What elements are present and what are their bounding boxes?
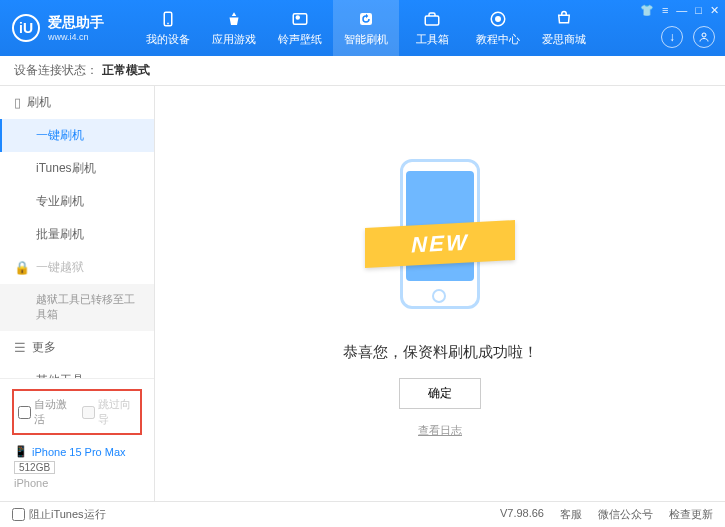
phone-icon: ▯	[14, 95, 21, 110]
options-highlight: 自动激活 跳过向导	[12, 389, 142, 435]
top-nav: 我的设备 应用游戏 铃声壁纸 智能刷机 工具箱 教程中心 爱思商城	[135, 0, 597, 56]
block-itunes-checkbox[interactable]: 阻止iTunes运行	[12, 507, 106, 522]
toolbox-icon	[422, 9, 442, 29]
app-title: 爱思助手	[48, 14, 104, 32]
svg-point-3	[296, 16, 299, 19]
new-ribbon: NEW	[365, 220, 515, 268]
checkbox-skip-guide[interactable]: 跳过向导	[82, 397, 136, 427]
nav-apps[interactable]: 应用游戏	[201, 0, 267, 56]
window-controls: 👕 ≡ — □ ✕	[640, 4, 719, 17]
download-button[interactable]: ↓	[661, 26, 683, 48]
checkbox-auto-activate[interactable]: 自动激活	[18, 397, 72, 427]
svg-rect-2	[293, 14, 307, 25]
refresh-icon	[356, 9, 376, 29]
device-info: 📱iPhone 15 Pro Max 512GB iPhone	[10, 439, 144, 495]
device-name[interactable]: 📱iPhone 15 Pro Max	[14, 445, 140, 458]
sidebar: ▯刷机 一键刷机 iTunes刷机 专业刷机 批量刷机 🔒一键越狱 越狱工具已转…	[0, 86, 155, 501]
footer-link-update[interactable]: 检查更新	[669, 507, 713, 522]
nav-toolbox[interactable]: 工具箱	[399, 0, 465, 56]
book-icon	[488, 9, 508, 29]
app-header: iU 爱思助手 www.i4.cn 我的设备 应用游戏 铃声壁纸 智能刷机 工具…	[0, 0, 725, 56]
device-type: iPhone	[14, 477, 140, 489]
cart-icon	[554, 9, 574, 29]
svg-point-8	[702, 33, 706, 37]
apps-icon	[224, 9, 244, 29]
user-button[interactable]	[693, 26, 715, 48]
svg-point-7	[496, 17, 501, 22]
status-label: 设备连接状态：	[14, 62, 98, 79]
success-illustration: NEW	[370, 149, 510, 329]
list-icon: ☰	[14, 340, 26, 355]
success-message: 恭喜您，保资料刷机成功啦！	[343, 343, 538, 362]
lock-icon: 🔒	[14, 260, 30, 275]
sidebar-item-oneclick[interactable]: 一键刷机	[0, 119, 154, 152]
main-content: NEW 恭喜您，保资料刷机成功啦！ 确定 查看日志	[155, 86, 725, 501]
svg-rect-5	[425, 16, 439, 25]
app-subtitle: www.i4.cn	[48, 32, 104, 42]
maximize-icon[interactable]: □	[695, 4, 702, 17]
sidebar-item-pro[interactable]: 专业刷机	[0, 185, 154, 218]
image-icon	[290, 9, 310, 29]
phone-icon	[158, 9, 178, 29]
status-value: 正常模式	[102, 62, 150, 79]
nav-store[interactable]: 爱思商城	[531, 0, 597, 56]
nav-my-device[interactable]: 我的设备	[135, 0, 201, 56]
footer-link-support[interactable]: 客服	[560, 507, 582, 522]
status-bar: 设备连接状态： 正常模式	[0, 56, 725, 86]
nav-flash[interactable]: 智能刷机	[333, 0, 399, 56]
version-label: V7.98.66	[500, 507, 544, 522]
minimize-icon[interactable]: —	[676, 4, 687, 17]
footer-link-wechat[interactable]: 微信公众号	[598, 507, 653, 522]
logo-area: iU 爱思助手 www.i4.cn	[0, 14, 135, 42]
group-more[interactable]: ☰更多	[0, 331, 154, 364]
tshirt-icon[interactable]: 👕	[640, 4, 654, 17]
footer: 阻止iTunes运行 V7.98.66 客服 微信公众号 检查更新	[0, 501, 725, 527]
group-flash[interactable]: ▯刷机	[0, 86, 154, 119]
sidebar-item-itunes[interactable]: iTunes刷机	[0, 152, 154, 185]
sidebar-item-other[interactable]: 其他工具	[0, 364, 154, 378]
logo-icon: iU	[12, 14, 40, 42]
nav-tutorials[interactable]: 教程中心	[465, 0, 531, 56]
menu-icon[interactable]: ≡	[662, 4, 668, 17]
jailbreak-note: 越狱工具已转移至工具箱	[0, 284, 154, 331]
phone-icon: 📱	[14, 445, 28, 458]
group-jailbreak[interactable]: 🔒一键越狱	[0, 251, 154, 284]
ok-button[interactable]: 确定	[399, 378, 481, 409]
nav-ringtone[interactable]: 铃声壁纸	[267, 0, 333, 56]
close-icon[interactable]: ✕	[710, 4, 719, 17]
view-log-link[interactable]: 查看日志	[418, 423, 462, 438]
sidebar-item-batch[interactable]: 批量刷机	[0, 218, 154, 251]
device-capacity: 512GB	[14, 461, 55, 474]
